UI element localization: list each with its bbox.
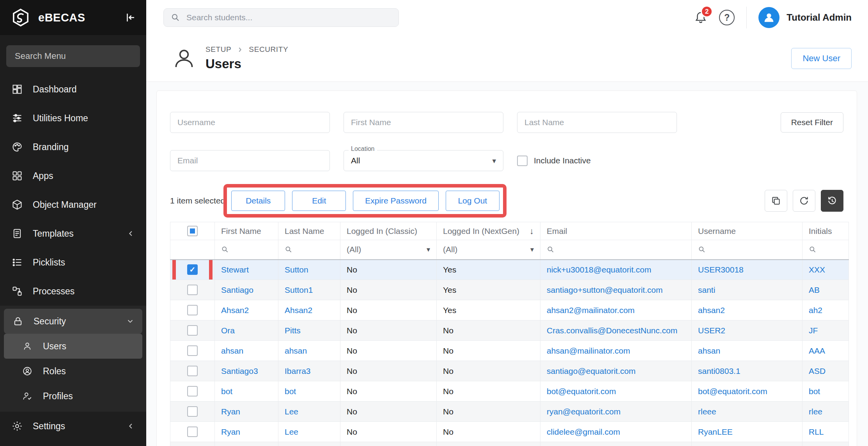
sidebar-item-object-manager[interactable]: Object Manager (0, 190, 146, 219)
breadcrumb-setup[interactable]: SETUP (205, 45, 231, 54)
initials-link[interactable]: AB (809, 285, 820, 294)
first-name-link[interactable]: Santiago3 (221, 366, 258, 375)
username-link[interactable]: ahsan2 (698, 306, 725, 315)
first-name-filter-input[interactable] (344, 112, 503, 133)
email-link[interactable]: bot@equatorit.com (547, 387, 616, 396)
col-logged-in-classic[interactable]: Logged In (Classic) (340, 222, 437, 240)
include-inactive-checkbox[interactable]: Include Inactive (517, 156, 591, 166)
sidebar-item-picklists[interactable]: Picklists (0, 248, 146, 277)
last-name-link[interactable]: ahsan (285, 346, 307, 355)
sidebar-item-branding[interactable]: Branding (0, 133, 146, 161)
filter-last-name[interactable] (278, 240, 340, 260)
select-all-checkbox[interactable] (187, 226, 198, 236)
expire-password-button[interactable]: Expire Password (353, 191, 439, 211)
help-icon[interactable]: ? (719, 10, 735, 25)
sidebar-item-templates[interactable]: Templates (0, 219, 146, 248)
col-email[interactable]: Email (540, 222, 692, 240)
initials-link[interactable]: ah2 (809, 306, 822, 315)
first-name-link[interactable]: Ora (221, 326, 235, 335)
sidebar-search-input[interactable] (6, 45, 140, 67)
collapse-sidebar-icon[interactable] (124, 12, 136, 23)
breadcrumb-security[interactable]: SECURITY (249, 45, 288, 54)
username-link[interactable]: ahsan (698, 346, 720, 355)
initials-link[interactable]: ASD (809, 366, 825, 375)
new-user-button[interactable]: New User (791, 48, 852, 69)
first-name-link[interactable]: Ryan (221, 407, 240, 416)
col-initials[interactable]: Initials (802, 222, 849, 240)
email-link[interactable]: santiago+sutton@equatorit.com (547, 285, 663, 294)
checkbox-box[interactable] (517, 156, 528, 166)
initials-link[interactable]: RLL (809, 427, 824, 436)
col-first-name[interactable]: First Name (215, 222, 278, 240)
sidebar-item-settings[interactable]: Settings (0, 412, 146, 441)
filter-first-name[interactable] (215, 240, 278, 260)
export-copy-icon[interactable] (765, 190, 787, 212)
first-name-link[interactable]: Stewart (221, 265, 249, 274)
username-filter-input[interactable] (170, 112, 330, 133)
username-link[interactable]: USER2 (698, 326, 725, 335)
refresh-icon[interactable] (793, 190, 815, 212)
last-name-link[interactable]: Lee (285, 427, 298, 436)
email-link[interactable]: Cras.convallis@DonecestNunc.com (547, 326, 677, 335)
sidebar-item-dashboard[interactable]: Dashboard (0, 75, 146, 104)
row-checkbox[interactable] (187, 285, 198, 295)
location-select[interactable]: Location All ▾ (344, 150, 503, 171)
sidebar-item-users[interactable]: Users (4, 334, 142, 359)
sidebar-item-utilities-home[interactable]: Utilities Home (0, 104, 146, 133)
first-name-link[interactable]: ahsan (221, 346, 243, 355)
first-name-link[interactable]: Ahsan2 (221, 306, 249, 315)
row-checkbox[interactable] (187, 386, 198, 396)
username-link[interactable]: USER30018 (698, 265, 744, 274)
history-icon[interactable] (821, 190, 843, 212)
sidebar-item-apps[interactable]: Apps (0, 161, 146, 190)
row-checkbox[interactable] (187, 366, 198, 376)
reset-filter-button[interactable]: Reset Filter (781, 112, 843, 133)
filter-classic-select[interactable]: (All)▾ (340, 240, 437, 260)
username-link[interactable]: santi0803.1 (698, 366, 740, 375)
student-search-input[interactable] (186, 13, 391, 22)
row-checkbox[interactable] (187, 345, 198, 356)
last-name-link[interactable]: Pitts (285, 326, 301, 335)
username-link[interactable]: RyanLEE (698, 427, 733, 436)
username-link[interactable]: rleee (698, 407, 716, 416)
username-link[interactable]: bot@equatorit.com (698, 387, 767, 396)
row-checkbox[interactable] (187, 406, 198, 417)
first-name-link[interactable]: Santiago (221, 285, 253, 294)
sidebar-item-roles[interactable]: Roles (4, 359, 142, 384)
col-logged-in-nextgen[interactable]: Logged In (NextGen) ↓ (437, 222, 540, 240)
row-checkbox[interactable] (187, 427, 198, 437)
last-name-link[interactable]: Ibarra3 (285, 366, 311, 375)
row-checkbox[interactable] (187, 325, 198, 336)
email-link[interactable]: nick+u30018@equatorit.com (547, 265, 651, 274)
filter-email[interactable] (540, 240, 692, 260)
last-name-link[interactable]: Sutton (285, 265, 308, 274)
sort-descending-icon[interactable]: ↓ (530, 226, 534, 236)
initials-link[interactable]: bot (809, 387, 820, 396)
user-menu[interactable]: Tutorial Admin (758, 7, 852, 28)
last-name-link[interactable]: Lee (285, 407, 298, 416)
edit-button[interactable]: Edit (292, 191, 346, 211)
email-link[interactable]: ryan@equatorit.com (547, 407, 620, 416)
email-link[interactable]: santiago@equatorit.com (547, 366, 636, 375)
sidebar-item-profiles[interactable]: Profiles (4, 384, 142, 409)
email-link[interactable]: clidelee@gmail.com (547, 427, 620, 436)
details-button[interactable]: Details (231, 191, 285, 211)
last-name-link[interactable]: bot (285, 387, 296, 396)
row-checkbox[interactable] (187, 264, 198, 275)
student-search[interactable] (163, 8, 399, 27)
sidebar-item-security[interactable]: Security (4, 309, 142, 334)
email-filter-input[interactable] (170, 150, 330, 171)
initials-link[interactable]: XXX (809, 265, 825, 274)
last-name-filter-input[interactable] (517, 112, 677, 133)
log-out-button[interactable]: Log Out (446, 191, 500, 211)
filter-nextgen-select[interactable]: (All)▾ (437, 240, 540, 260)
col-last-name[interactable]: Last Name (278, 222, 340, 240)
filter-username[interactable] (692, 240, 802, 260)
col-username[interactable]: Username (692, 222, 802, 240)
initials-link[interactable]: AAA (809, 346, 825, 355)
email-link[interactable]: ahsan2@mailinator.com (547, 306, 635, 315)
email-link[interactable]: ahsan@mailinator.com (547, 346, 630, 355)
last-name-link[interactable]: Ahsan2 (285, 306, 312, 315)
sidebar-item-processes[interactable]: Processes (0, 277, 146, 306)
filter-initials[interactable] (802, 240, 849, 260)
